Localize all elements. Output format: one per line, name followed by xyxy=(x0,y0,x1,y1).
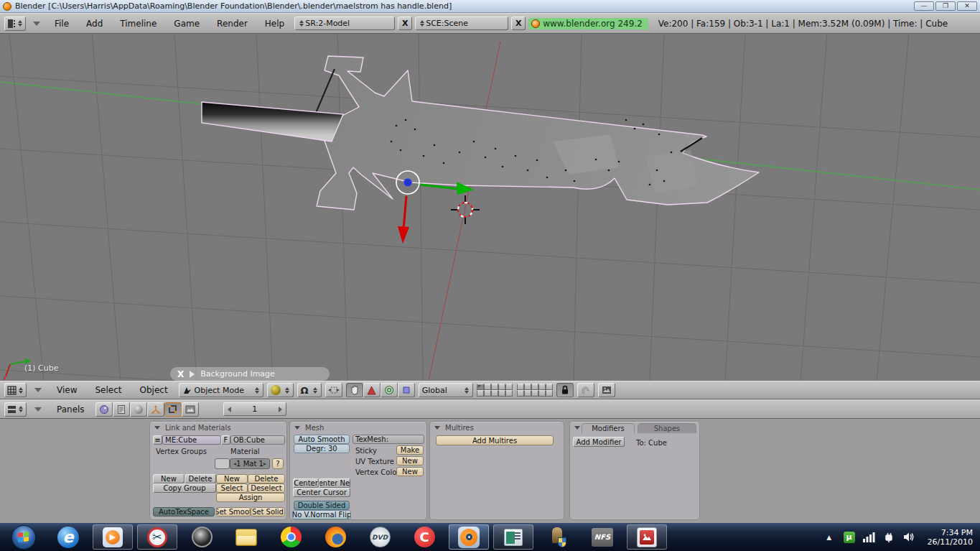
draw-mode-stepper[interactable] xyxy=(284,387,291,394)
buttons-collapse-triangle-icon[interactable] xyxy=(34,407,42,412)
taskbar-blender[interactable] xyxy=(449,524,489,550)
manipulator-hand-button[interactable] xyxy=(346,383,363,397)
taskbar-ccleaner[interactable]: C xyxy=(404,524,444,550)
buttons-editor-stepper[interactable] xyxy=(17,406,24,412)
view3d-editor-type-button[interactable] xyxy=(4,383,27,397)
mode-dropdown[interactable]: Object Mode xyxy=(179,383,263,397)
viewport-canvas[interactable]: x xyxy=(0,34,980,381)
material-new-button[interactable]: New xyxy=(216,474,248,483)
menu-file[interactable]: File xyxy=(47,19,76,29)
material-color-swatch[interactable] xyxy=(215,458,230,469)
menu-view[interactable]: View xyxy=(50,385,84,395)
degr-slider[interactable]: Degr: 30 xyxy=(294,444,350,453)
menu-game[interactable]: Game xyxy=(167,19,207,29)
layer-grid-right[interactable] xyxy=(517,384,553,397)
tray-expand-icon[interactable]: ▲ xyxy=(823,531,836,544)
scene-delete-button[interactable]: X xyxy=(511,17,526,30)
collapse-triangle-icon[interactable] xyxy=(33,22,40,26)
snap-button[interactable] xyxy=(577,383,594,397)
power-plug-icon[interactable] xyxy=(883,531,896,544)
editing-context-button[interactable] xyxy=(164,402,182,417)
menu-object[interactable]: Object xyxy=(133,385,175,395)
material-select-button[interactable]: Select xyxy=(216,483,248,493)
mode-stepper[interactable] xyxy=(253,387,261,394)
volume-icon[interactable] xyxy=(903,531,916,544)
manipulator-toggle-button[interactable] xyxy=(325,383,342,397)
add-modifier-button[interactable]: Add Modifier xyxy=(573,437,625,447)
tab-modifiers[interactable]: Modifiers xyxy=(582,423,635,433)
menu-timeline[interactable]: Timeline xyxy=(113,19,164,29)
panel-collapse-icon[interactable] xyxy=(434,426,440,430)
scene-selector[interactable]: SCE:Scene xyxy=(415,17,508,30)
utorrent-tray-icon[interactable]: µ xyxy=(843,531,856,544)
uv-texture-new-button[interactable]: New xyxy=(396,456,424,466)
background-image-close-icon[interactable]: X xyxy=(177,369,184,379)
screen-selector[interactable]: SR:2-Model xyxy=(294,17,395,30)
auto-smooth-toggle[interactable]: Auto Smooth xyxy=(294,435,350,444)
material-question-button[interactable]: ? xyxy=(272,458,284,469)
taskbar-system-window[interactable] xyxy=(493,524,533,550)
set-smooth-button[interactable]: Set Smoot xyxy=(216,507,251,517)
view3d-collapse-triangle-icon[interactable] xyxy=(34,388,42,392)
menu-help[interactable]: Help xyxy=(258,19,291,29)
taskbar-game-launcher[interactable] xyxy=(538,524,578,550)
fake-user-button[interactable]: F xyxy=(221,435,230,445)
material-index-field[interactable]: ◂ 1 Mat 1 ▸ xyxy=(230,458,270,469)
panel-collapse-icon[interactable] xyxy=(154,426,160,430)
vgroup-new-button[interactable]: New xyxy=(153,474,185,483)
vertex-color-new-button[interactable]: New xyxy=(396,467,424,476)
menu-select[interactable]: Select xyxy=(88,385,129,395)
menu-add[interactable]: Add xyxy=(79,19,110,29)
manipulator-x-arrow[interactable] xyxy=(403,196,406,229)
taskbar-windows-media-player[interactable]: ▶ xyxy=(93,524,133,550)
sticky-make-button[interactable]: Make xyxy=(396,445,424,455)
taskbar-dvd-shrink[interactable]: DVD xyxy=(360,524,400,550)
manipulator-scale-button[interactable] xyxy=(398,383,415,397)
center-cursor-button[interactable]: Center Cursor xyxy=(293,488,350,497)
vgroup-delete-button[interactable]: Delete xyxy=(185,474,216,483)
render-preview-button[interactable] xyxy=(598,383,615,397)
mesh-object-maelstrom[interactable] xyxy=(202,56,759,210)
object-name-field[interactable]: OB:Cube xyxy=(230,435,285,445)
manipulator-translate-button[interactable] xyxy=(363,383,381,397)
pivot-stepper[interactable] xyxy=(312,387,319,394)
material-assign-button[interactable]: Assign xyxy=(216,493,285,502)
screen-stepper[interactable] xyxy=(298,20,305,27)
center-new-button[interactable]: Center New xyxy=(319,478,350,488)
editor-type-button[interactable] xyxy=(4,17,26,31)
add-multires-button[interactable]: Add Multires xyxy=(436,435,554,445)
logic-context-button[interactable] xyxy=(95,402,113,417)
panel-collapse-icon[interactable] xyxy=(574,426,580,430)
viewport-3d[interactable]: x (1) Cube X Background Image xyxy=(0,34,980,381)
layer-grid-left[interactable] xyxy=(477,384,513,397)
texmesh-field[interactable]: TexMesh: xyxy=(353,435,424,444)
close-button[interactable]: ✕ xyxy=(957,1,977,11)
pivot-dropdown[interactable]: Ω xyxy=(297,383,322,397)
material-next-icon[interactable]: ▸ xyxy=(263,460,266,467)
background-image-expand-icon[interactable] xyxy=(190,371,195,378)
menu-panels[interactable]: Panels xyxy=(50,404,92,415)
minimize-button[interactable]: — xyxy=(914,1,934,11)
manipulator-rotate-button[interactable] xyxy=(381,383,398,397)
taskbar-picture-editor[interactable] xyxy=(627,524,667,550)
mesh-name-field[interactable]: ME:Cube xyxy=(162,435,221,445)
buttons-editor-type-button[interactable] xyxy=(4,402,27,417)
orientation-dropdown[interactable]: Global xyxy=(419,383,473,397)
script-context-button[interactable] xyxy=(113,402,130,417)
orientation-stepper[interactable] xyxy=(463,387,470,394)
taskbar-need-for-speed[interactable]: NFS xyxy=(582,524,622,550)
draw-mode-dropdown[interactable] xyxy=(267,383,294,397)
object-context-button[interactable] xyxy=(147,402,164,417)
editor-type-stepper[interactable] xyxy=(17,20,24,27)
taskbar-chrome[interactable] xyxy=(271,524,311,550)
background-image-panel[interactable]: X Background Image xyxy=(170,367,330,381)
material-deselect-button[interactable]: Deselect xyxy=(248,483,285,493)
shading-context-button[interactable] xyxy=(130,402,147,417)
taskbar-clock[interactable]: 7:34 PM 26/11/2010 xyxy=(923,528,973,547)
screen-delete-button[interactable]: X xyxy=(398,17,412,30)
material-delete-button[interactable]: Delete xyxy=(248,474,285,483)
copy-group-button[interactable]: Copy Group xyxy=(153,483,216,493)
me-browse-button[interactable]: ≡ xyxy=(153,435,162,445)
center-button[interactable]: Center xyxy=(293,478,319,488)
set-solid-button[interactable]: Set Solid xyxy=(251,507,285,517)
